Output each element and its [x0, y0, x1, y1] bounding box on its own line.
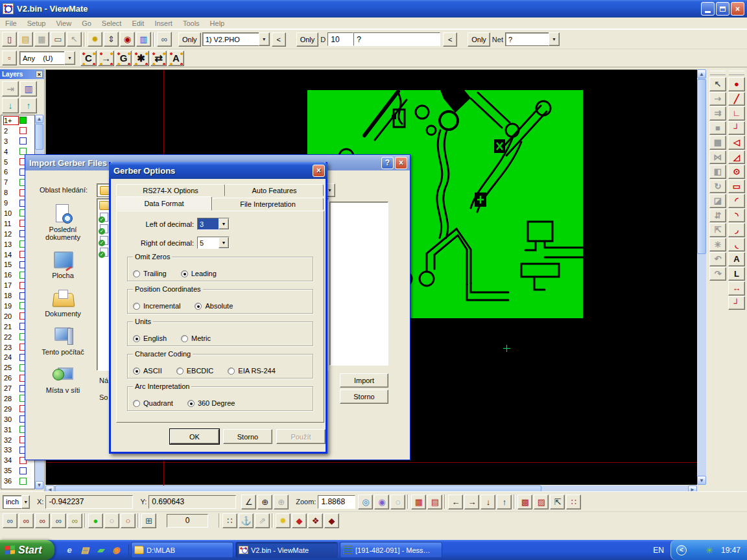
draw-curve-icon[interactable]: ◝: [728, 209, 745, 223]
transform-icon[interactable]: ⇱: [709, 223, 726, 237]
draw-fan-icon[interactable]: ◁: [728, 135, 745, 150]
tab-rs274x-options[interactable]: RS274-X Options: [116, 184, 225, 196]
inspect-glasses-icon[interactable]: ∞: [157, 32, 172, 47]
split-pane-icon[interactable]: ⊞: [141, 513, 156, 528]
draw-polyline-icon[interactable]: ∟: [728, 106, 745, 121]
highlight-off-icon[interactable]: ○: [104, 513, 119, 528]
pan-up-icon[interactable]: ↑: [497, 495, 512, 509]
flip-icon[interactable]: ◧: [709, 165, 726, 179]
draw-circle-icon[interactable]: ⊙: [728, 165, 745, 179]
select-area-icon[interactable]: ∷: [566, 495, 581, 509]
menu-item[interactable]: Edit: [126, 19, 149, 27]
open-file-icon[interactable]: ▤: [18, 32, 33, 47]
move-layer-up-icon[interactable]: ↑: [20, 98, 37, 113]
view-sketch-glasses-icon[interactable]: ∞: [67, 513, 82, 528]
scale-icon[interactable]: ◪: [709, 194, 726, 208]
dimension-icon[interactable]: ↔: [728, 281, 745, 296]
origin-target-icon[interactable]: ⊕: [257, 495, 272, 509]
draw-arc-chord-icon[interactable]: ◜: [728, 194, 745, 208]
radio-option[interactable]: Incremental: [133, 302, 180, 310]
internet-explorer-icon[interactable]: e: [64, 544, 75, 556]
only-layer-button[interactable]: Only: [178, 32, 201, 47]
scroll-up-icon[interactable]: ▲: [697, 69, 706, 78]
menu-item[interactable]: Tools: [178, 19, 205, 27]
grid-lines-icon[interactable]: ▤: [427, 495, 442, 509]
pad-small-icon[interactable]: ◆: [324, 513, 339, 528]
view-pads-glasses-icon[interactable]: ∞: [35, 513, 50, 528]
layer-row[interactable]: 2: [1, 126, 34, 136]
place-item[interactable]: Poslední dokumenty: [33, 204, 93, 241]
new-file-icon[interactable]: ▯: [2, 32, 17, 47]
flash-mode-icon[interactable]: ✹: [88, 32, 102, 47]
radio-option[interactable]: Absolute: [195, 302, 233, 310]
anchor-icon[interactable]: ⚓: [239, 513, 254, 528]
language-indicator[interactable]: EN: [653, 546, 664, 555]
swap-h-button[interactable]: ⇄: [150, 51, 167, 66]
scrollbar-thumb[interactable]: [697, 79, 706, 254]
grid-table-icon[interactable]: ▦: [411, 495, 426, 509]
move-layer-down-icon[interactable]: ↓: [2, 98, 19, 113]
measure-height-icon[interactable]: ⇕: [104, 32, 119, 47]
clock[interactable]: 19:47: [721, 546, 741, 555]
taskbar-task[interactable]: D:\MLAB: [131, 542, 233, 558]
radio-option[interactable]: ASCII: [133, 367, 162, 375]
place-item[interactable]: Místa v síti: [33, 365, 93, 394]
redo-icon[interactable]: ↷: [709, 267, 726, 281]
draw-line-icon[interactable]: ╱: [728, 92, 745, 106]
copy-item-icon[interactable]: ⇉: [709, 106, 726, 121]
left-of-decimal-combo[interactable]: 3 ▼: [197, 218, 230, 230]
vector-move-icon[interactable]: ⇗: [255, 513, 270, 528]
pad-dark-icon[interactable]: ❖: [308, 513, 323, 528]
cancel-button[interactable]: Storno: [223, 429, 272, 444]
radio-option[interactable]: English: [133, 334, 167, 342]
pattern-rect-icon[interactable]: ▩: [709, 135, 726, 150]
zoom-in-icon[interactable]: ◎: [358, 495, 373, 509]
save-icon[interactable]: ▦: [34, 32, 49, 47]
layer-row[interactable]: 3: [1, 136, 34, 146]
only-dcode-button[interactable]: Only: [296, 32, 319, 47]
cancel-button[interactable]: Storno: [340, 390, 388, 404]
layers-panel-titlebar[interactable]: Layers ×: [0, 69, 44, 79]
layer-colors-icon[interactable]: ▥: [136, 32, 151, 47]
menu-item[interactable]: Insert: [149, 19, 178, 27]
draw-triangle-icon[interactable]: ◿: [728, 150, 745, 165]
pad-bright-icon[interactable]: ✹: [276, 513, 290, 528]
draw-arc2-icon[interactable]: ◞: [728, 223, 745, 237]
draw-rect-icon[interactable]: ▭: [728, 180, 745, 194]
context-help-icon[interactable]: ↖: [67, 32, 82, 47]
item-type-combo[interactable]: Any (U) ▼: [19, 51, 75, 65]
insert-layer-icon[interactable]: ⇥: [2, 81, 19, 97]
highlight-star-button[interactable]: ✱: [133, 51, 149, 66]
layer-color-swatch[interactable]: [19, 137, 27, 145]
layer-color-swatch[interactable]: [19, 117, 27, 124]
gerber-dialog-titlebar[interactable]: Gerber Options ×: [109, 162, 327, 179]
net-select-combo[interactable]: ? ▼: [505, 32, 560, 46]
radio-option[interactable]: EBCDIC: [176, 367, 214, 375]
layer-row[interactable]: 36: [1, 476, 34, 486]
ok-button[interactable]: OK: [170, 429, 219, 444]
close-icon[interactable]: ×: [36, 71, 43, 78]
text-tool-icon[interactable]: A: [728, 252, 745, 266]
scroll-down-icon[interactable]: ▼: [697, 476, 706, 485]
tab-auto-features[interactable]: Auto Features: [225, 184, 324, 196]
chevron-down-icon[interactable]: ▼: [21, 495, 30, 509]
print-icon[interactable]: ▭: [51, 32, 65, 47]
select-pointer-icon[interactable]: ↖: [709, 77, 726, 91]
zoom-area-icon[interactable]: ⇱: [550, 495, 565, 509]
layer-table-icon[interactable]: ▥: [20, 81, 37, 97]
layer-row[interactable]: 35: [1, 465, 34, 476]
view-lines-glasses-icon[interactable]: ∞: [19, 513, 34, 528]
dcode-input[interactable]: 10: [327, 32, 353, 46]
layer-color-swatch[interactable]: [19, 478, 27, 485]
logo-tool-icon[interactable]: L: [728, 267, 745, 281]
pad-red-icon[interactable]: ◆: [292, 513, 307, 528]
menu-item[interactable]: Go: [77, 19, 97, 27]
radio-option[interactable]: Trailing: [133, 270, 167, 277]
dcode-filter-input[interactable]: ?: [353, 32, 440, 46]
toolbox-handle[interactable]: [710, 71, 726, 75]
minimize-button[interactable]: [701, 2, 715, 16]
right-of-decimal-combo[interactable]: 5 ▼: [197, 237, 230, 249]
highlight-on-icon[interactable]: ●: [88, 513, 103, 528]
place-item[interactable]: Dokumenty: [33, 288, 93, 318]
flash-pad-icon[interactable]: ●: [728, 77, 745, 91]
